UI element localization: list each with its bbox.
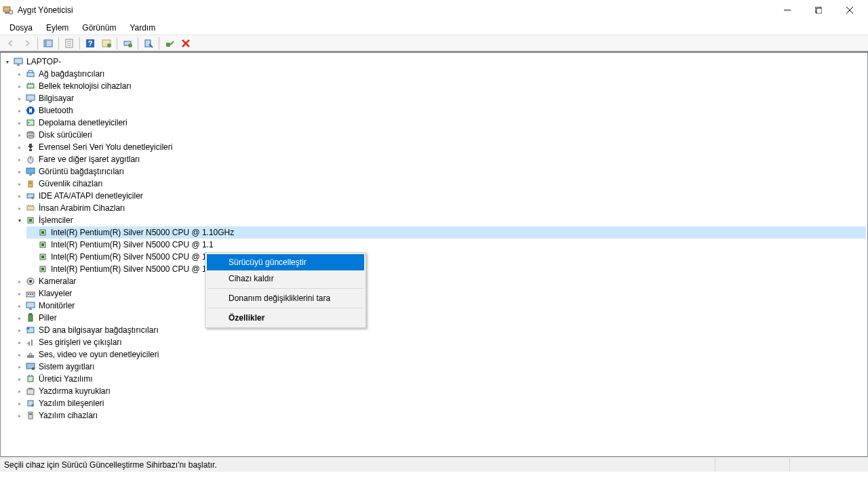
category-item[interactable]: SD ana bilgisayar bağdaştırıcıları <box>14 324 866 336</box>
update-driver-button[interactable] <box>120 37 135 50</box>
close-button[interactable] <box>834 0 865 20</box>
category-item[interactable]: İnsan Arabirim Cihazları <box>14 202 866 214</box>
expander-icon[interactable] <box>16 106 24 115</box>
category-item[interactable]: Yazdırma kuyrukları <box>14 385 866 397</box>
expander-icon[interactable] <box>16 131 24 139</box>
context-update-driver[interactable]: Sürücüyü güncelleştir <box>207 254 364 270</box>
status-segment <box>789 458 864 472</box>
category-item[interactable]: Ağ bağdaştırıcıları <box>14 68 866 80</box>
category-item[interactable]: Fare ve diğer işaret aygıtları <box>14 153 866 165</box>
expander-icon[interactable] <box>16 289 24 298</box>
forward-button[interactable] <box>20 37 35 50</box>
expander-icon[interactable] <box>16 94 24 102</box>
enable-device-button[interactable] <box>162 37 177 50</box>
expander-icon[interactable] <box>16 350 24 359</box>
category-item[interactable]: Piller <box>14 312 866 324</box>
expander-icon[interactable] <box>16 70 24 78</box>
category-icon <box>25 276 36 287</box>
svg-rect-54 <box>41 243 44 246</box>
category-item[interactable]: Güvenlik cihazları <box>14 178 866 190</box>
category-item[interactable]: Ses, video ve oyun denetleyicileri <box>14 348 866 361</box>
action-button[interactable] <box>99 37 114 50</box>
svg-point-75 <box>32 367 35 370</box>
category-item[interactable]: Görüntü bağdaştırıcıları <box>14 165 866 178</box>
minimize-button[interactable] <box>772 0 803 20</box>
expander-icon[interactable] <box>16 167 24 176</box>
context-scan[interactable]: Donanım değişikliklerini tara <box>207 290 364 306</box>
expander-icon[interactable] <box>16 314 24 322</box>
back-button[interactable] <box>3 37 18 50</box>
expander-icon[interactable] <box>16 363 24 371</box>
device-tree[interactable]: LAPTOP- Ağ bağdaştırıcılarıBellek teknol… <box>0 52 868 457</box>
category-item[interactable]: Bilgisayar <box>14 92 866 104</box>
menu-view[interactable]: Görünüm <box>75 22 123 34</box>
category-item[interactable]: Monitörler <box>14 300 866 312</box>
expander-icon[interactable] <box>16 387 24 395</box>
processor-icon <box>37 239 48 250</box>
svg-rect-50 <box>29 219 32 222</box>
expander-icon[interactable] <box>16 277 24 285</box>
expander-icon[interactable] <box>16 326 24 334</box>
svg-rect-5 <box>816 8 822 14</box>
expander-icon[interactable] <box>16 411 24 420</box>
category-item[interactable]: Bluetooth <box>14 104 866 117</box>
expander-icon[interactable] <box>16 204 24 212</box>
category-icon <box>25 373 36 384</box>
scan-hardware-button[interactable] <box>141 37 156 50</box>
category-item[interactable]: Yazılım cihazları <box>14 409 866 422</box>
menu-file[interactable]: Dosya <box>3 22 39 34</box>
uninstall-device-button[interactable] <box>178 37 193 50</box>
expander-icon[interactable] <box>16 155 24 163</box>
context-properties[interactable]: Özellikler <box>207 310 364 326</box>
category-item[interactable]: Disk sürücüleri <box>14 129 866 141</box>
category-item[interactable]: Sistem aygıtları <box>14 361 866 373</box>
maximize-button[interactable] <box>803 0 834 20</box>
category-item[interactable]: IDE ATA/ATAPI denetleyiciler <box>14 190 866 202</box>
device-item[interactable]: Intel(R) Pentium(R) Silver N5000 CPU @ 1… <box>26 251 866 263</box>
expander-icon[interactable] <box>3 58 12 66</box>
menu-help[interactable]: Yardım <box>123 22 162 34</box>
category-item[interactable]: Depolama denetleyicileri <box>14 117 866 129</box>
category-item[interactable]: Evrensel Seri Veri Yolu denetleyicileri <box>14 141 866 153</box>
device-item[interactable]: Intel(R) Pentium(R) Silver N5000 CPU @ 1… <box>26 263 866 275</box>
expander-icon[interactable] <box>16 399 24 407</box>
category-item[interactable]: Ses girişleri ve çıkışları <box>14 336 866 348</box>
separator <box>58 37 59 49</box>
svg-rect-70 <box>27 327 29 329</box>
expander-icon[interactable] <box>16 192 24 200</box>
device-item[interactable]: Intel(R) Pentium(R) Silver N5000 CPU @ 1… <box>26 226 866 239</box>
properties-button[interactable] <box>62 37 77 50</box>
menu-action[interactable]: Eylem <box>39 22 75 34</box>
expander-icon[interactable] <box>16 180 24 188</box>
tree-root[interactable]: LAPTOP- <box>2 56 866 68</box>
separator <box>208 308 363 308</box>
expander-icon[interactable] <box>16 375 24 383</box>
help-button[interactable]: ? <box>83 37 98 50</box>
expander-icon[interactable] <box>16 302 24 310</box>
device-item[interactable]: Intel(R) Pentium(R) Silver N5000 CPU @ 1… <box>26 239 866 251</box>
category-item[interactable]: Yazılım bileşenleri <box>14 397 866 409</box>
svg-rect-63 <box>30 293 31 295</box>
context-uninstall[interactable]: Cihazı kaldır <box>207 270 364 287</box>
expander-icon[interactable] <box>16 119 24 127</box>
category-item[interactable]: Bellek teknolojisi cihazları <box>14 80 866 92</box>
category-item[interactable]: Üretici Yazılımı <box>14 373 866 385</box>
show-hide-console-button[interactable] <box>41 37 56 50</box>
expander-icon[interactable] <box>16 143 24 151</box>
category-processors[interactable]: İşlemciler <box>14 214 866 226</box>
expander-icon[interactable] <box>16 82 24 90</box>
category-label: Yazdırma kuyrukları <box>39 386 111 396</box>
svg-rect-25 <box>17 64 20 66</box>
category-label: Klavyeler <box>39 289 72 298</box>
category-label: Güvenlik cihazları <box>39 179 103 188</box>
svg-rect-84 <box>29 413 32 415</box>
separator <box>138 37 138 49</box>
svg-rect-62 <box>28 293 29 295</box>
category-item[interactable]: Klavyeler <box>14 287 866 300</box>
category-icon <box>25 129 36 140</box>
category-icon <box>25 312 36 323</box>
expander-icon[interactable] <box>16 216 24 224</box>
expander-icon[interactable] <box>16 338 24 346</box>
computer-icon <box>13 56 24 67</box>
category-item[interactable]: Kameralar <box>14 275 866 287</box>
